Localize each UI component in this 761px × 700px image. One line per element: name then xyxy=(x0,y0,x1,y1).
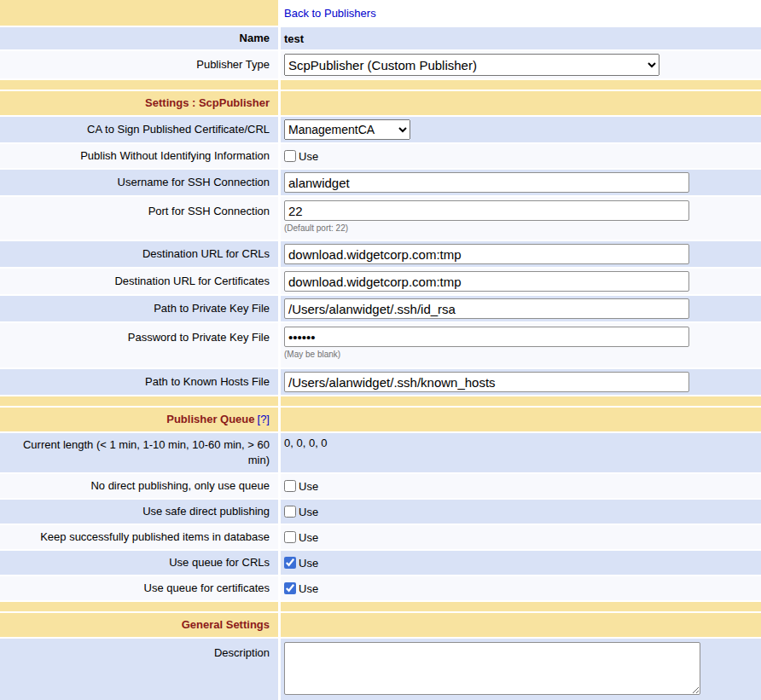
crl-url-row: Destination URL for CRLs xyxy=(0,241,761,267)
use-queue-certificates-checkbox[interactable] xyxy=(284,582,296,594)
queue-option-row: Use queue for CRLs Use xyxy=(0,551,761,575)
no-direct-publishing-label: No direct publishing, only use queue xyxy=(0,474,278,498)
publisher-type-row: Publisher Type ScpPublisher (Custom Publ… xyxy=(0,51,761,78)
password-blank-note: (May be blank) xyxy=(284,350,340,359)
name-row: Name test xyxy=(0,27,761,49)
description-row: Description xyxy=(0,639,761,700)
section-spacer xyxy=(0,396,761,406)
private-key-password-label: Password to Private Key File xyxy=(0,323,278,367)
port-row: Port for SSH Connection (Default port: 2… xyxy=(0,197,761,240)
port-input[interactable] xyxy=(284,200,689,221)
port-default-note: (Default port: 22) xyxy=(284,223,348,233)
anonymize-checkbox[interactable] xyxy=(284,150,296,162)
use-queue-certificates-checkbox-label: Use xyxy=(299,582,318,595)
username-label: Username for SSH Connection xyxy=(0,170,278,195)
publisher-type-label: Publisher Type xyxy=(0,51,278,78)
no-direct-publishing-checkbox[interactable] xyxy=(284,480,296,492)
anonymize-label: Publish Without Identifying Information xyxy=(0,144,278,168)
publisher-edit-page: Back to Publishers Name test Publisher T… xyxy=(0,0,761,700)
private-key-password-row: Password to Private Key File (May be bla… xyxy=(0,323,761,367)
cert-url-input[interactable] xyxy=(284,271,689,292)
cert-url-row: Destination URL for Certificates xyxy=(0,269,761,294)
queue-help-link[interactable]: [?] xyxy=(258,413,270,425)
current-length-row: Current length (< 1 min, 1-10 min, 10-60… xyxy=(0,433,761,472)
section-spacer xyxy=(0,80,761,90)
description-textarea[interactable] xyxy=(284,642,700,695)
use-queue-crls-checkbox[interactable] xyxy=(284,557,296,569)
back-to-publishers-link[interactable]: Back to Publishers xyxy=(284,7,376,20)
crl-url-input[interactable] xyxy=(284,244,689,264)
back-link-row: Back to Publishers xyxy=(0,0,761,26)
section-spacer xyxy=(0,602,761,611)
private-key-password-input[interactable] xyxy=(284,327,689,347)
ca-sign-label: CA to Sign Published Certificate/CRL xyxy=(0,117,278,142)
private-key-path-label: Path to Private Key File xyxy=(0,296,278,321)
settings-section-title: Settings : ScpPublisher xyxy=(145,95,270,111)
general-settings-header-row: General Settings xyxy=(0,613,761,637)
name-value: test xyxy=(281,27,761,49)
safe-direct-publishing-checkbox[interactable] xyxy=(284,506,296,518)
private-key-path-row: Path to Private Key File xyxy=(0,296,761,321)
current-length-label: Current length (< 1 min, 1-10 min, 10-60… xyxy=(0,433,278,472)
safe-direct-publishing-label: Use safe direct publishing xyxy=(0,500,278,524)
queue-header-row: Publisher Queue[?] xyxy=(0,408,761,431)
current-length-value: 0, 0, 0, 0 xyxy=(281,433,761,472)
general-settings-title: General Settings xyxy=(182,617,270,633)
queue-option-row: No direct publishing, only use queue Use xyxy=(0,474,761,498)
keep-published-items-label: Keep successfully published items in dat… xyxy=(0,525,278,549)
ca-sign-row: CA to Sign Published Certificate/CRL Man… xyxy=(0,117,761,142)
no-direct-publishing-checkbox-label: Use xyxy=(299,480,318,493)
anonymize-checkbox-label: Use xyxy=(299,150,318,163)
crl-url-label: Destination URL for CRLs xyxy=(0,241,278,267)
ca-select[interactable]: ManagementCA xyxy=(284,119,410,140)
name-label: Name xyxy=(0,27,278,49)
queue-option-row: Keep successfully published items in dat… xyxy=(0,525,761,549)
use-queue-crls-label: Use queue for CRLs xyxy=(0,551,278,575)
keep-published-items-checkbox[interactable] xyxy=(284,531,296,543)
cert-url-label: Destination URL for Certificates xyxy=(0,269,278,294)
top-left-spacer xyxy=(0,0,278,26)
keep-published-items-checkbox-label: Use xyxy=(299,531,318,544)
queue-option-row: Use safe direct publishing Use xyxy=(0,500,761,524)
use-queue-certificates-label: Use queue for certificates xyxy=(0,576,278,600)
known-hosts-input[interactable] xyxy=(284,372,689,392)
port-label: Port for SSH Connection xyxy=(0,197,278,240)
queue-option-row: Use queue for certificates Use xyxy=(0,576,761,600)
known-hosts-row: Path to Known Hosts File xyxy=(0,369,761,395)
anonymize-row: Publish Without Identifying Information … xyxy=(0,144,761,168)
settings-header-row: Settings : ScpPublisher xyxy=(0,91,761,115)
back-link-cell: Back to Publishers xyxy=(281,0,761,26)
queue-section-title: Publisher Queue xyxy=(166,413,254,425)
private-key-path-input[interactable] xyxy=(284,298,689,319)
username-input[interactable] xyxy=(284,172,689,193)
publisher-type-select[interactable]: ScpPublisher (Custom Publisher) xyxy=(284,54,659,76)
safe-direct-publishing-checkbox-label: Use xyxy=(299,506,318,518)
use-queue-crls-checkbox-label: Use xyxy=(299,557,318,570)
description-label: Description xyxy=(0,639,278,700)
known-hosts-label: Path to Known Hosts File xyxy=(0,369,278,395)
username-row: Username for SSH Connection xyxy=(0,170,761,195)
